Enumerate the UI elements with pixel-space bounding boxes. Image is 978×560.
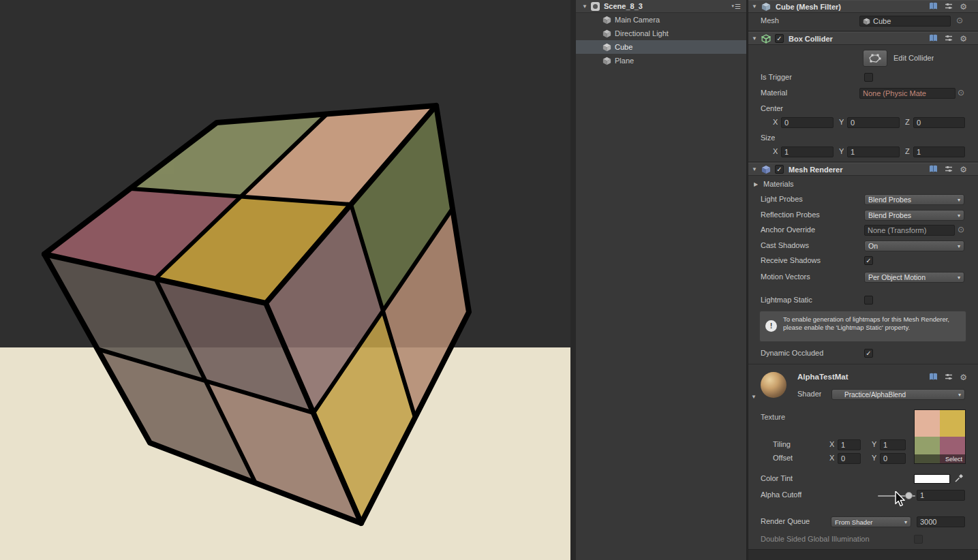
box-collider-icon	[761, 34, 771, 44]
divider	[748, 31, 978, 31]
component-enabled-checkbox[interactable]: ✓	[775, 34, 784, 43]
chevron-down-icon: ▾	[902, 519, 907, 525]
chevron-down-icon: ▾	[955, 275, 960, 281]
center-x-field[interactable]: 0	[781, 117, 834, 128]
box-collider-header[interactable]: ▼ ✓ Box Collider ⚙	[748, 32, 978, 45]
unity-editor-window: ▼ Scene_8_3 ▾ ☰ Main Camera Directional …	[0, 0, 978, 560]
hierarchy-scene-row[interactable]: ▼ Scene_8_3 ▾ ☰	[576, 0, 746, 13]
component-enabled-checkbox[interactable]: ✓	[775, 165, 784, 174]
eyedropper-icon[interactable]	[954, 473, 964, 484]
render-queue-label: Render Queue	[761, 517, 829, 525]
tiling-y-field[interactable]: 1	[880, 439, 906, 450]
light-probes-row: Light Probes Blend Probes ▾	[748, 193, 978, 206]
axis-y-label: Y	[872, 454, 876, 462]
mesh-value: Cube	[873, 17, 891, 25]
item-label: Main Camera	[615, 16, 660, 24]
help-book-icon[interactable]	[929, 34, 938, 44]
receive-shadows-checkbox[interactable]: ✓	[864, 256, 873, 265]
hierarchy-item-cube[interactable]: Cube	[576, 40, 746, 54]
dynamic-occluded-checkbox[interactable]: ✓	[864, 349, 873, 358]
inspector-panel: ▼ Cube (Mesh Filter) ⚙ Mesh Cube ⊙	[748, 0, 978, 560]
divider	[748, 161, 978, 162]
hierarchy-item-main-camera[interactable]: Main Camera	[576, 13, 746, 27]
materials-foldout-row[interactable]: ▶ Materials	[748, 178, 978, 191]
chevron-down-icon: ▾	[955, 243, 960, 249]
cast-shadows-dropdown[interactable]: On ▾	[864, 240, 964, 251]
edit-collider-label: Edit Collider	[893, 54, 934, 62]
center-z-field[interactable]: 0	[913, 117, 965, 128]
center-y-field[interactable]: 0	[847, 117, 900, 128]
color-tint-row: Color Tint	[748, 473, 978, 485]
is-trigger-checkbox[interactable]	[864, 73, 873, 82]
help-book-icon[interactable]	[929, 373, 938, 382]
hierarchy-item-directional-light[interactable]: Directional Light	[576, 27, 746, 40]
gear-icon[interactable]: ⚙	[960, 3, 967, 11]
object-picker-icon[interactable]: ⊙	[956, 16, 963, 25]
axis-z-label: Z	[905, 147, 910, 155]
help-book-icon[interactable]	[929, 165, 938, 174]
physic-material-value: None (Physic Mate	[863, 89, 926, 97]
double-sided-gi-checkbox[interactable]	[914, 535, 923, 544]
fold-open-icon[interactable]: ▼	[581, 3, 588, 10]
gear-icon[interactable]: ⚙	[960, 166, 967, 174]
motion-vectors-row: Motion Vectors Per Object Motion ▾	[748, 271, 978, 283]
size-z-field[interactable]: 1	[913, 146, 965, 157]
hierarchy-item-plane[interactable]: Plane	[576, 54, 746, 67]
fold-open-icon[interactable]: ▼	[751, 166, 758, 172]
component-title: Box Collider	[789, 35, 833, 43]
scene-name: Scene_8_3	[604, 2, 643, 10]
object-picker-icon[interactable]: ⊙	[958, 89, 964, 97]
cast-shadows-row: Cast Shadows On ▾	[748, 240, 978, 252]
alpha-cutoff-field[interactable]: 1	[917, 490, 965, 501]
axis-z-label: Z	[905, 118, 910, 126]
preset-icon[interactable]	[945, 34, 953, 44]
object-picker-icon[interactable]: ⊙	[958, 225, 964, 234]
shader-dropdown[interactable]: Practice/AlphaBlend ▾	[831, 389, 965, 400]
motion-vectors-dropdown[interactable]: Per Object Motion ▾	[864, 272, 964, 283]
size-x-field[interactable]: 1	[781, 146, 834, 157]
render-queue-dropdown[interactable]: From Shader ▾	[831, 516, 911, 527]
fold-open-icon[interactable]: ▼	[751, 35, 758, 42]
fold-open-icon[interactable]: ▼	[751, 394, 757, 400]
preset-icon[interactable]	[945, 2, 953, 12]
fold-open-icon[interactable]: ▼	[751, 3, 758, 10]
edit-collider-button[interactable]	[863, 50, 887, 67]
mesh-renderer-header[interactable]: ▼ ✓ Mesh Renderer ⚙	[748, 163, 978, 176]
size-y-field[interactable]: 1	[847, 146, 900, 157]
physic-material-field[interactable]: None (Physic Mate	[859, 88, 956, 99]
preset-icon[interactable]	[945, 165, 953, 174]
tiling-label: Tiling	[773, 440, 791, 448]
gameobject-icon	[602, 43, 611, 52]
fold-closed-icon[interactable]: ▶	[754, 181, 758, 187]
material-preview-sphere	[761, 372, 786, 398]
reflection-probes-dropdown[interactable]: Blend Probes ▾	[864, 210, 964, 221]
material-header-icons: ⚙	[929, 373, 978, 382]
physic-material-row: Material None (Physic Mate ⊙	[748, 87, 978, 99]
hierarchy-menu-icon[interactable]: ▾ ☰	[732, 3, 741, 10]
anchor-override-field[interactable]: None (Transform)	[864, 225, 955, 236]
offset-y-field[interactable]: 0	[880, 453, 906, 464]
mesh-renderer-icon	[761, 165, 771, 174]
preset-icon[interactable]	[945, 373, 953, 382]
render-queue-row: Render Queue From Shader ▾ 3000	[748, 516, 978, 528]
reflection-probes-row: Reflection Probes Blend Probes ▾	[748, 209, 978, 221]
lightmap-static-checkbox[interactable]	[864, 296, 873, 305]
scene-viewport[interactable]	[0, 0, 570, 560]
scene-icon	[591, 2, 600, 11]
color-tint-swatch[interactable]	[914, 474, 950, 484]
offset-x-field[interactable]: 0	[838, 453, 861, 464]
mesh-object-field[interactable]: Cube	[859, 16, 951, 27]
offset-label: Offset	[773, 454, 793, 462]
texture-label: Texture	[761, 413, 785, 421]
gameobject-icon	[602, 16, 611, 25]
render-queue-field[interactable]: 3000	[917, 516, 965, 527]
mesh-filter-header[interactable]: ▼ Cube (Mesh Filter) ⚙	[748, 0, 978, 13]
gear-icon[interactable]: ⚙	[960, 373, 967, 382]
light-probes-dropdown[interactable]: Blend Probes ▾	[864, 194, 964, 205]
help-book-icon[interactable]	[929, 2, 938, 12]
tiling-x-field[interactable]: 1	[838, 439, 861, 450]
light-probes-label: Light Probes	[761, 195, 803, 203]
gear-icon[interactable]: ⚙	[960, 35, 967, 43]
inspector-bottom-strip	[748, 549, 978, 560]
gameobject-icon	[602, 29, 611, 38]
